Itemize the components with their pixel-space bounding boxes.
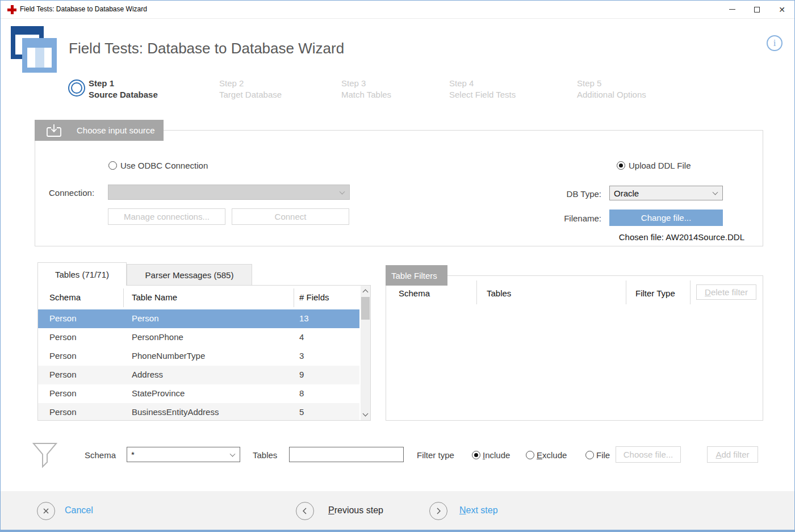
step-3-match-tables: Step 3Match Tables — [341, 78, 391, 100]
delete-filter-button: Delete filter — [696, 284, 756, 300]
manage-connections-button: Manage connections... — [108, 208, 225, 225]
connection-label: Connection: — [49, 188, 94, 198]
previous-step-circle-button[interactable] — [296, 502, 314, 520]
cancel-x-icon — [42, 507, 50, 515]
filter-type-label: Filter type — [417, 450, 454, 460]
next-step-link[interactable]: Next step — [459, 505, 498, 516]
tab-tables[interactable]: Tables (71/71) — [37, 262, 127, 286]
titlebar: Field Tests: Database to Database Wizard… — [1, 1, 794, 19]
column-divider — [294, 288, 294, 307]
table-row[interactable]: Person PhoneNumberType 3 — [38, 347, 359, 366]
step-2-target-database: Step 2Target Database — [219, 78, 282, 100]
chevron-down-icon — [230, 451, 236, 456]
column-divider — [476, 280, 477, 304]
filter-schema-label: Schema — [85, 450, 116, 460]
chevron-right-icon — [434, 507, 442, 515]
filters-column-filter-type: Filter Type — [635, 288, 675, 298]
cancel-link[interactable]: Cancel — [65, 505, 93, 516]
footer-bar: Cancel Previous step Next step — [1, 491, 794, 530]
step-1-circle-icon — [68, 79, 85, 97]
column-schema: Schema — [49, 292, 81, 302]
chosen-file-text: Chosen file: AW2014Source.DDL — [568, 232, 744, 242]
table-row[interactable]: Person StateProvince 8 — [38, 384, 359, 403]
input-source-title: Choose input source — [77, 125, 155, 135]
filter-tables-label: Tables — [253, 450, 277, 460]
db-type-select[interactable]: Oracle — [609, 186, 723, 200]
add-filter-button: Add filter — [707, 446, 758, 463]
close-button[interactable]: ✕ — [769, 1, 794, 18]
column-divider — [690, 280, 691, 304]
step-1-source-database: Step 1Source Database — [89, 78, 158, 100]
column-divider — [626, 280, 626, 304]
maximize-button[interactable] — [744, 1, 769, 18]
exclude-radio[interactable] — [526, 451, 534, 459]
tables-scrollbar[interactable] — [361, 286, 370, 420]
scrollbar-thumb[interactable] — [361, 297, 370, 320]
tables-panel: Schema Table Name # Fields Person Person… — [37, 285, 371, 421]
previous-step-link[interactable]: Previous step — [328, 505, 383, 516]
minimize-icon — [729, 9, 735, 10]
info-icon[interactable]: i — [767, 35, 783, 51]
odbc-connection-label[interactable]: Use ODBC Connection — [120, 161, 208, 170]
close-icon: ✕ — [779, 6, 785, 14]
tables-header-row: Schema Table Name # Fields — [38, 286, 359, 309]
scroll-down-icon[interactable] — [363, 411, 369, 417]
table-filters-panel: Schema Tables Filter Type Delete filter — [386, 275, 763, 421]
column-num-fields: # Fields — [299, 292, 329, 302]
app-cross-icon — [7, 5, 16, 14]
table-filters-header: Table Filters — [386, 265, 447, 286]
input-source-header: Choose input source — [35, 120, 164, 141]
file-radio[interactable] — [585, 451, 594, 459]
column-divider — [123, 288, 124, 307]
table-row[interactable]: Person Person 13 — [38, 309, 359, 328]
table-row[interactable]: Person Address 9 — [38, 366, 359, 384]
filters-column-schema: Schema — [399, 288, 430, 298]
app-window: Field Tests: Database to Database Wizard… — [0, 0, 795, 532]
upload-ddl-label[interactable]: Upload DDL File — [629, 161, 691, 170]
include-label[interactable]: Include — [483, 450, 510, 460]
column-table-name: Table Name — [132, 292, 177, 302]
filters-column-tables: Tables — [487, 288, 511, 298]
db-type-label: DB Type: — [560, 189, 601, 199]
filter-tables-input[interactable] — [289, 447, 404, 462]
cancel-circle-button[interactable] — [37, 502, 55, 520]
file-label[interactable]: File — [596, 450, 610, 460]
window-title: Field Tests: Database to Database Wizard — [20, 1, 147, 18]
chevron-down-icon — [340, 188, 345, 194]
table-row[interactable]: Person PersonPhone 4 — [38, 328, 359, 347]
step-5-additional-options: Step 5Additional Options — [577, 78, 646, 100]
exclude-label[interactable]: Exclude — [537, 450, 567, 460]
next-step-circle-button[interactable] — [429, 502, 447, 520]
scroll-up-icon[interactable] — [363, 290, 369, 295]
filter-funnel-icon — [32, 442, 57, 468]
chevron-left-icon — [301, 507, 309, 515]
minimize-button[interactable] — [719, 1, 744, 18]
change-file-button[interactable]: Change file... — [609, 210, 723, 226]
table-row[interactable]: Person BusinessEntityAddress 5 — [38, 403, 359, 421]
tab-parser-messages[interactable]: Parser Messages (585) — [127, 264, 252, 286]
step-4-select-field-tests: Step 4Select Field Tests — [449, 78, 516, 100]
include-radio[interactable] — [472, 451, 480, 459]
filter-schema-select[interactable]: * — [127, 447, 240, 462]
choose-file-button: Choose file... — [616, 446, 681, 463]
app-logo-icon — [11, 26, 57, 73]
page-title: Field Tests: Database to Database Wizard — [69, 40, 344, 57]
connect-button: Connect — [232, 208, 349, 225]
download-icon — [46, 124, 62, 137]
connection-select — [108, 185, 350, 200]
maximize-icon — [754, 7, 760, 12]
odbc-connection-radio[interactable] — [108, 161, 117, 170]
chevron-down-icon — [713, 190, 718, 195]
filename-label: Filename: — [556, 213, 601, 223]
upload-ddl-radio[interactable] — [617, 161, 625, 170]
